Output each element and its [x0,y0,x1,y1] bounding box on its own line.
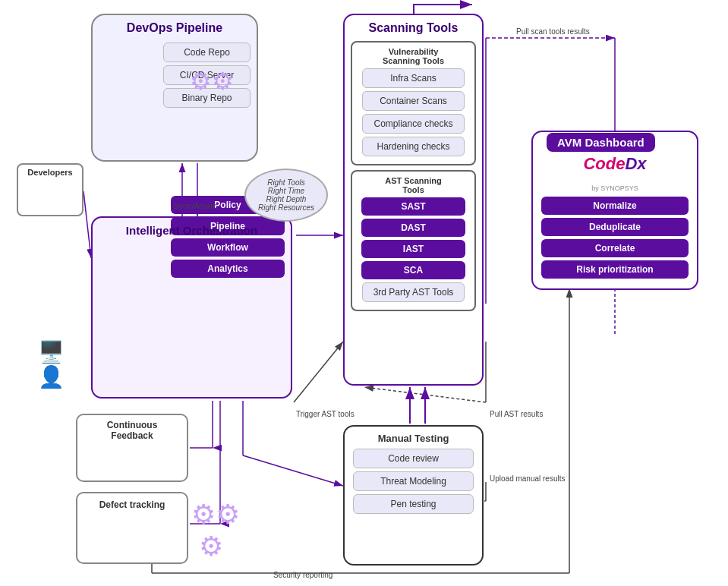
code-review-item: Code review [353,449,474,468]
svg-line-13 [364,387,486,402]
sast-item: SAST [361,197,466,216]
threat-modeling-item: Threat Modeling [353,471,474,491]
manual-testing-box: Manual Testing Code review Threat Modeli… [343,425,484,566]
devops-pipeline-title: DevOps Pipeline [93,21,257,35]
risk-prioritization-item: Risk prioritization [541,260,689,279]
dast-item: DAST [361,219,466,237]
deduplicate-item: Deduplicate [541,218,689,236]
manual-testing-title: Manual Testing [345,433,482,444]
trigger-ast-label: Trigger AST tools [296,410,355,418]
sync-async-label: Sync/Async [173,201,216,210]
devops-pipeline-box: DevOps Pipeline ⚙⚙ Code Repo CI/CD Serve… [91,14,258,162]
correlate-item: Correlate [541,239,689,257]
pull-ast-label: Pull AST results [490,410,543,418]
pull-scan-label: Pull scan tools results [516,27,590,36]
vuln-scanning-title: VulnerabilityScanning Tools [355,47,471,65]
svg-line-19 [243,455,343,486]
analytics-item: Analytics [171,260,284,278]
security-reporting-label: Security reporting [273,571,332,579]
intelligent-orch-box: Intelligent Orchestration ⚙⚙ ⚙ Policy Pi… [91,216,292,399]
code-repo-item: Code Repo [163,43,251,62]
defect-tracking-box: Defect tracking 📊 [76,492,188,564]
developers-box: Developers 🖥️👤 [17,163,84,216]
svg-line-10 [84,191,91,258]
3rd-party-ast-item: 3rd Party AST Tools [362,282,465,302]
infra-scans-item: Infra Scans [362,68,465,88]
avm-dashboard-box: CodeDx by SYNOPSYS Normalize Deduplicate… [531,131,698,290]
thought-bubble: Right Tools Right Time Right Depth Right… [244,169,328,222]
normalize-item: Normalize [541,197,689,215]
codedx-code: Code [583,154,625,173]
diagram: DevOps Pipeline ⚙⚙ Code Repo CI/CD Serve… [0,0,728,586]
continuous-feedback-box: Continuous Feedback ✉️ 💬 📋 [76,414,188,482]
pen-testing-item: Pen testing [353,494,474,514]
container-scans-item: Container Scans [362,91,465,111]
compliance-checks-item: Compliance checks [362,114,465,134]
hardening-checks-item: Hardening checks [362,137,465,156]
developers-title: Developers [18,168,82,177]
vuln-scanning-section: VulnerabilityScanning Tools Infra Scans … [351,41,476,165]
synopsys-label: by SYNOPSYS [533,184,697,192]
codedx-logo: CodeDx [583,154,646,174]
continuous-feedback-title: Continuous Feedback [77,420,187,441]
developer-icon: 🖥️👤 [38,339,82,389]
ast-scanning-section: AST ScanningTools SAST DAST IAST SCA 3rd… [351,170,476,311]
workflow-item: Workflow [171,238,284,257]
avm-dashboard-title: AVM Dashboard [547,133,655,152]
svg-line-11 [294,342,343,402]
ast-scanning-title: AST ScanningTools [355,176,471,194]
scanning-tools-box: Scanning Tools VulnerabilityScanning Too… [343,14,484,386]
codedx-dx: Dx [625,154,646,173]
sca-item: SCA [361,261,466,279]
defect-tracking-title: Defect tracking [77,499,187,510]
iast-item: IAST [361,240,466,258]
upload-manual-label: Upload manual results [490,474,566,483]
scanning-tools-title: Scanning Tools [345,21,482,35]
devops-gears-icon: ⚙⚙ [190,67,234,96]
thought-bubble-text: Right Tools Right Time Right Depth Right… [258,178,314,212]
orch-gears-icon: ⚙⚙ ⚙ [191,499,240,562]
